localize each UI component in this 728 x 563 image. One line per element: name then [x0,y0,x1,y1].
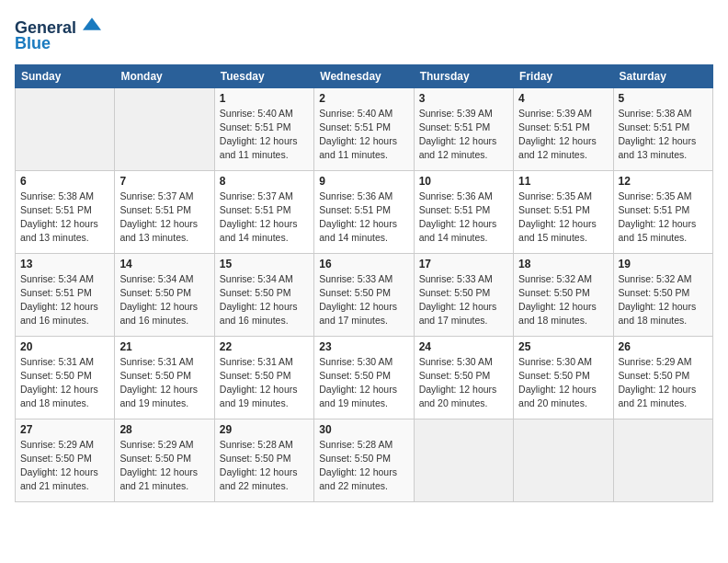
page-header: General Blue [15,15,713,53]
day-number: 19 [619,258,708,270]
day-info: Sunrise: 5:37 AMSunset: 5:51 PMDaylight:… [220,190,309,246]
calendar-cell: 6Sunrise: 5:38 AMSunset: 5:51 PMDaylight… [16,170,115,253]
day-number: 23 [319,340,408,353]
calendar-week-row: 1Sunrise: 5:40 AMSunset: 5:51 PMDaylight… [16,87,713,170]
day-number: 13 [20,258,109,270]
day-number: 22 [220,340,309,353]
day-info: Sunrise: 5:40 AMSunset: 5:51 PMDaylight:… [319,107,408,163]
calendar-cell: 26Sunrise: 5:29 AMSunset: 5:50 PMDayligh… [613,336,712,419]
column-header-saturday: Saturday [613,64,712,87]
day-info: Sunrise: 5:31 AMSunset: 5:50 PMDaylight:… [20,355,109,411]
day-info: Sunrise: 5:33 AMSunset: 5:50 PMDaylight:… [319,272,408,328]
svg-marker-0 [83,17,101,29]
day-info: Sunrise: 5:33 AMSunset: 5:50 PMDaylight:… [419,272,508,328]
calendar-cell: 9Sunrise: 5:36 AMSunset: 5:51 PMDaylight… [314,170,414,253]
day-info: Sunrise: 5:35 AMSunset: 5:51 PMDaylight:… [518,190,608,246]
day-info: Sunrise: 5:31 AMSunset: 5:50 PMDaylight:… [220,355,309,411]
day-info: Sunrise: 5:30 AMSunset: 5:50 PMDaylight:… [319,355,408,411]
day-info: Sunrise: 5:35 AMSunset: 5:51 PMDaylight:… [619,190,708,246]
calendar-cell: 28Sunrise: 5:29 AMSunset: 5:50 PMDayligh… [115,419,214,501]
day-number: 10 [419,175,508,188]
day-info: Sunrise: 5:34 AMSunset: 5:50 PMDaylight:… [119,272,209,328]
calendar-cell: 11Sunrise: 5:35 AMSunset: 5:51 PMDayligh… [514,170,613,253]
calendar-cell [514,419,613,501]
day-number: 25 [518,340,608,353]
day-number: 15 [220,258,309,270]
day-number: 3 [419,92,508,105]
calendar-cell: 17Sunrise: 5:33 AMSunset: 5:50 PMDayligh… [414,253,513,336]
day-info: Sunrise: 5:39 AMSunset: 5:51 PMDaylight:… [419,107,508,163]
calendar-cell: 8Sunrise: 5:37 AMSunset: 5:51 PMDaylight… [214,170,313,253]
day-number: 28 [119,423,209,436]
calendar-cell: 22Sunrise: 5:31 AMSunset: 5:50 PMDayligh… [214,336,313,419]
calendar-cell: 16Sunrise: 5:33 AMSunset: 5:50 PMDayligh… [314,253,414,336]
day-number: 18 [518,258,608,270]
day-info: Sunrise: 5:34 AMSunset: 5:51 PMDaylight:… [20,272,109,328]
day-info: Sunrise: 5:34 AMSunset: 5:50 PMDaylight:… [220,272,309,328]
day-info: Sunrise: 5:37 AMSunset: 5:51 PMDaylight:… [119,190,209,246]
day-info: Sunrise: 5:39 AMSunset: 5:51 PMDaylight:… [518,107,608,163]
day-info: Sunrise: 5:29 AMSunset: 5:50 PMDaylight:… [619,355,708,411]
day-info: Sunrise: 5:32 AMSunset: 5:50 PMDaylight:… [518,272,608,328]
column-header-thursday: Thursday [414,64,513,87]
calendar-cell: 1Sunrise: 5:40 AMSunset: 5:51 PMDaylight… [214,87,313,170]
day-info: Sunrise: 5:28 AMSunset: 5:50 PMDaylight:… [319,438,408,494]
calendar-cell: 2Sunrise: 5:40 AMSunset: 5:51 PMDaylight… [314,87,414,170]
calendar-cell: 27Sunrise: 5:29 AMSunset: 5:50 PMDayligh… [16,419,115,501]
calendar-cell: 21Sunrise: 5:31 AMSunset: 5:50 PMDayligh… [115,336,214,419]
logo: General Blue [15,15,101,53]
day-number: 20 [20,340,109,353]
day-info: Sunrise: 5:31 AMSunset: 5:50 PMDaylight:… [119,355,209,411]
calendar-cell: 30Sunrise: 5:28 AMSunset: 5:50 PMDayligh… [314,419,414,501]
calendar-cell: 4Sunrise: 5:39 AMSunset: 5:51 PMDaylight… [514,87,613,170]
day-info: Sunrise: 5:30 AMSunset: 5:50 PMDaylight:… [419,355,508,411]
day-info: Sunrise: 5:28 AMSunset: 5:50 PMDaylight:… [220,438,309,494]
day-number: 14 [119,258,209,270]
calendar-cell [115,87,214,170]
day-number: 4 [518,92,608,105]
day-number: 17 [419,258,508,270]
day-number: 26 [619,340,708,353]
day-info: Sunrise: 5:36 AMSunset: 5:51 PMDaylight:… [419,190,508,246]
calendar-week-row: 20Sunrise: 5:31 AMSunset: 5:50 PMDayligh… [16,336,713,419]
calendar-cell: 20Sunrise: 5:31 AMSunset: 5:50 PMDayligh… [16,336,115,419]
calendar-cell: 25Sunrise: 5:30 AMSunset: 5:50 PMDayligh… [514,336,613,419]
day-number: 27 [20,423,109,436]
day-number: 8 [220,175,309,188]
day-info: Sunrise: 5:38 AMSunset: 5:51 PMDaylight:… [20,190,109,246]
calendar-cell: 7Sunrise: 5:37 AMSunset: 5:51 PMDaylight… [115,170,214,253]
logo-icon [83,15,101,33]
calendar-cell: 29Sunrise: 5:28 AMSunset: 5:50 PMDayligh… [214,419,313,501]
calendar-cell [414,419,513,501]
calendar-header-row: SundayMondayTuesdayWednesdayThursdayFrid… [16,64,713,87]
day-number: 1 [220,92,309,105]
day-number: 5 [619,92,708,105]
column-header-friday: Friday [514,64,613,87]
day-number: 24 [419,340,508,353]
column-header-monday: Monday [115,64,214,87]
calendar-cell: 5Sunrise: 5:38 AMSunset: 5:51 PMDaylight… [613,87,712,170]
calendar-cell: 23Sunrise: 5:30 AMSunset: 5:50 PMDayligh… [314,336,414,419]
day-info: Sunrise: 5:38 AMSunset: 5:51 PMDaylight:… [619,107,708,163]
day-info: Sunrise: 5:36 AMSunset: 5:51 PMDaylight:… [319,190,408,246]
day-info: Sunrise: 5:29 AMSunset: 5:50 PMDaylight:… [20,438,109,494]
calendar-cell: 19Sunrise: 5:32 AMSunset: 5:50 PMDayligh… [613,253,712,336]
day-number: 7 [119,175,209,188]
day-info: Sunrise: 5:29 AMSunset: 5:50 PMDaylight:… [119,438,209,494]
day-info: Sunrise: 5:30 AMSunset: 5:50 PMDaylight:… [518,355,608,411]
column-header-sunday: Sunday [16,64,115,87]
calendar-cell: 10Sunrise: 5:36 AMSunset: 5:51 PMDayligh… [414,170,513,253]
calendar-cell: 13Sunrise: 5:34 AMSunset: 5:51 PMDayligh… [16,253,115,336]
calendar-week-row: 6Sunrise: 5:38 AMSunset: 5:51 PMDaylight… [16,170,713,253]
day-info: Sunrise: 5:32 AMSunset: 5:50 PMDaylight:… [619,272,708,328]
calendar-cell [613,419,712,501]
calendar-week-row: 13Sunrise: 5:34 AMSunset: 5:51 PMDayligh… [16,253,713,336]
calendar-cell [16,87,115,170]
day-number: 16 [319,258,408,270]
day-number: 30 [319,423,408,436]
day-number: 12 [619,175,708,188]
column-header-wednesday: Wednesday [314,64,414,87]
day-number: 2 [319,92,408,105]
calendar-cell: 15Sunrise: 5:34 AMSunset: 5:50 PMDayligh… [214,253,313,336]
calendar-cell: 18Sunrise: 5:32 AMSunset: 5:50 PMDayligh… [514,253,613,336]
